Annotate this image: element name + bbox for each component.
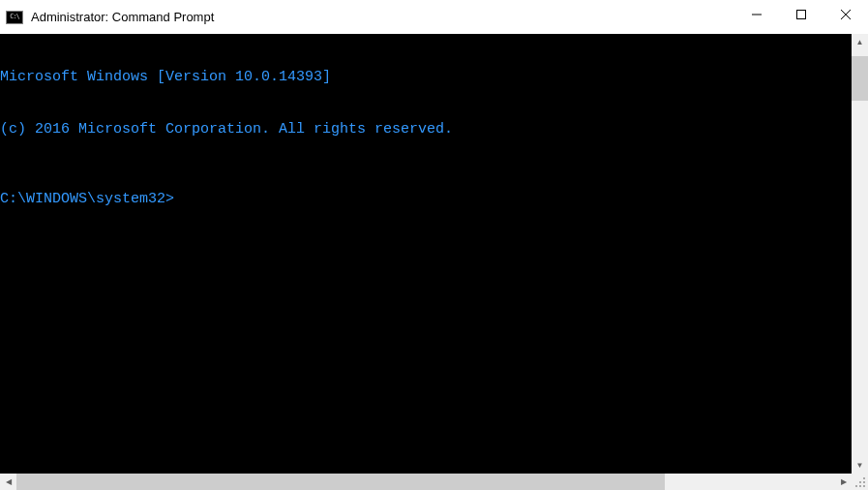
terminal-line: (c) 2016 Microsoft Corporation. All righ… bbox=[0, 121, 852, 138]
svg-point-5 bbox=[859, 481, 861, 483]
vertical-scroll-thumb[interactable] bbox=[852, 56, 868, 101]
horizontal-scrollbar[interactable]: ◀ ▶ bbox=[0, 474, 852, 490]
svg-point-9 bbox=[863, 485, 865, 487]
minimize-button[interactable] bbox=[734, 0, 779, 29]
resize-grip-icon bbox=[852, 474, 868, 490]
resize-grip[interactable] bbox=[852, 474, 868, 490]
maximize-button[interactable] bbox=[779, 0, 823, 29]
chevron-left-icon: ◀ bbox=[6, 478, 12, 486]
terminal-line: Microsoft Windows [Version 10.0.14393] bbox=[0, 69, 852, 86]
svg-rect-1 bbox=[797, 11, 806, 19]
svg-point-6 bbox=[863, 481, 865, 483]
scroll-down-button[interactable]: ▼ bbox=[852, 457, 868, 474]
chevron-down-icon: ▼ bbox=[856, 462, 864, 470]
titlebar[interactable]: C:\ Administrator: Command Prompt bbox=[0, 0, 868, 34]
scroll-up-button[interactable]: ▲ bbox=[852, 34, 868, 50]
horizontal-scroll-thumb[interactable] bbox=[16, 474, 665, 490]
svg-point-7 bbox=[855, 485, 857, 487]
cmd-icon: C:\ bbox=[6, 11, 23, 24]
horizontal-scroll-track[interactable] bbox=[16, 474, 835, 490]
chevron-up-icon: ▲ bbox=[856, 39, 864, 46]
window-title: Administrator: Command Prompt bbox=[31, 10, 214, 24]
vertical-scrollbar[interactable]: ▲ ▼ bbox=[852, 34, 868, 474]
scroll-left-button[interactable]: ◀ bbox=[0, 474, 16, 490]
terminal-prompt-line: C:\WINDOWS\system32> bbox=[0, 191, 852, 208]
svg-point-8 bbox=[859, 485, 861, 487]
svg-point-4 bbox=[863, 477, 865, 479]
close-button[interactable] bbox=[823, 0, 868, 29]
cursor-icon bbox=[174, 192, 183, 207]
scroll-right-button[interactable]: ▶ bbox=[835, 474, 852, 490]
chevron-right-icon: ▶ bbox=[841, 478, 847, 486]
terminal-output[interactable]: Microsoft Windows [Version 10.0.14393] (… bbox=[0, 34, 852, 474]
terminal-prompt: C:\WINDOWS\system32> bbox=[0, 191, 174, 207]
vertical-scroll-track[interactable] bbox=[852, 50, 868, 457]
